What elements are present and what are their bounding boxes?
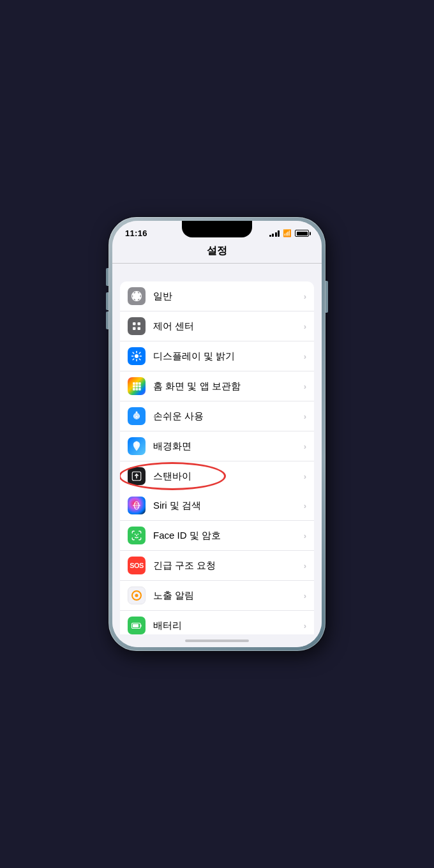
svg-line-13	[133, 359, 134, 360]
wifi-icon: 📶	[283, 229, 292, 237]
svg-rect-18	[136, 385, 138, 388]
svg-line-12	[139, 352, 140, 354]
settings-item-accessibility[interactable]: 손쉬운 사용 ›	[120, 401, 314, 431]
svg-rect-15	[136, 382, 138, 385]
standby-label: 스탠바이	[153, 470, 301, 483]
home-screen-icon	[128, 377, 146, 395]
chevron-icon: ›	[304, 382, 306, 391]
battery-icon-item	[128, 617, 146, 634]
chevron-icon: ›	[304, 591, 306, 601]
sos-label: 긴급 구조 요청	[153, 560, 301, 572]
settings-item-siri[interactable]: Siri 및 검색 ›	[120, 491, 314, 521]
phone-frame: 11:16 📶 설정	[108, 217, 326, 651]
settings-item-standby[interactable]: 스탠바이 ›	[120, 461, 314, 491]
chevron-icon: ›	[304, 322, 306, 331]
control-center-icon	[128, 317, 146, 335]
settings-item-display[interactable]: 디스플레이 및 밝기 ›	[120, 341, 314, 371]
svg-rect-22	[138, 388, 141, 391]
siri-label: Siri 및 검색	[153, 500, 301, 512]
svg-rect-17	[133, 385, 135, 388]
svg-rect-14	[133, 382, 135, 385]
settings-item-exposure[interactable]: 노출 알림 ›	[120, 581, 314, 611]
standby-icon	[128, 467, 146, 485]
settings-item-general[interactable]: 일반 ›	[120, 281, 314, 311]
nav-bar: 설정	[112, 241, 322, 264]
display-icon	[128, 347, 146, 365]
status-time: 11:16	[125, 228, 147, 238]
svg-rect-4	[138, 327, 141, 331]
svg-point-33	[135, 444, 138, 446]
standby-wrapper: 스탠바이 ›	[120, 461, 314, 491]
general-icon	[128, 287, 146, 305]
settings-item-home-screen[interactable]: 홈 화면 및 앱 보관함 ›	[120, 371, 314, 401]
faceid-label: Face ID 및 암호	[153, 530, 301, 542]
phone-screen: 11:16 📶 설정	[112, 221, 322, 647]
home-screen-label: 홈 화면 및 앱 보관함	[153, 380, 301, 393]
settings-item-battery[interactable]: 배터리 ›	[120, 611, 314, 634]
battery-status-icon	[295, 230, 309, 237]
sos-icon: SOS	[128, 557, 146, 574]
settings-item-control-center[interactable]: 제어 센터 ›	[120, 311, 314, 341]
svg-rect-42	[133, 624, 138, 627]
wallpaper-label: 배경화면	[153, 440, 301, 453]
settings-list: 일반 › 제어 센터 ›	[112, 264, 322, 634]
svg-rect-20	[133, 388, 135, 391]
accessibility-icon	[128, 407, 146, 425]
settings-item-wallpaper[interactable]: 배경화면 ›	[120, 431, 314, 461]
control-center-label: 제어 센터	[153, 320, 301, 333]
status-icons: 📶	[269, 229, 310, 237]
chevron-icon: ›	[304, 621, 306, 631]
svg-rect-19	[138, 385, 141, 388]
home-indicator[interactable]	[112, 634, 322, 647]
chevron-icon: ›	[304, 292, 306, 301]
page-title: 설정	[207, 245, 227, 256]
home-bar	[185, 640, 249, 642]
svg-point-25	[135, 415, 138, 417]
chevron-icon: ›	[304, 442, 306, 451]
svg-rect-1	[133, 322, 136, 326]
wallpaper-icon	[128, 437, 146, 455]
chevron-icon: ›	[304, 472, 306, 481]
svg-rect-16	[138, 382, 141, 385]
settings-item-faceid[interactable]: Face ID 및 암호 ›	[120, 521, 314, 551]
svg-point-5	[135, 354, 138, 358]
battery-label: 배터리	[153, 620, 301, 632]
svg-rect-21	[136, 388, 138, 391]
svg-rect-2	[138, 322, 141, 326]
exposure-label: 노출 알림	[153, 590, 301, 602]
chevron-icon: ›	[304, 501, 306, 511]
settings-item-sos[interactable]: SOS 긴급 구조 요청 ›	[120, 551, 314, 581]
svg-line-11	[139, 359, 140, 360]
faceid-icon	[128, 527, 146, 544]
svg-line-10	[133, 352, 134, 354]
chevron-icon: ›	[304, 531, 306, 541]
accessibility-label: 손쉬운 사용	[153, 410, 301, 423]
notch	[182, 221, 252, 237]
sos-text: SOS	[130, 562, 144, 569]
chevron-icon: ›	[304, 352, 306, 361]
display-label: 디스플레이 및 밝기	[153, 350, 301, 363]
chevron-icon: ›	[304, 412, 306, 421]
chevron-icon: ›	[304, 561, 306, 571]
svg-rect-41	[140, 625, 142, 627]
general-label: 일반	[153, 290, 301, 303]
svg-rect-3	[133, 327, 136, 331]
signal-icon	[269, 230, 280, 237]
settings-group-main: 일반 › 제어 센터 ›	[120, 281, 314, 634]
siri-icon	[128, 497, 146, 514]
exposure-icon	[128, 587, 146, 604]
